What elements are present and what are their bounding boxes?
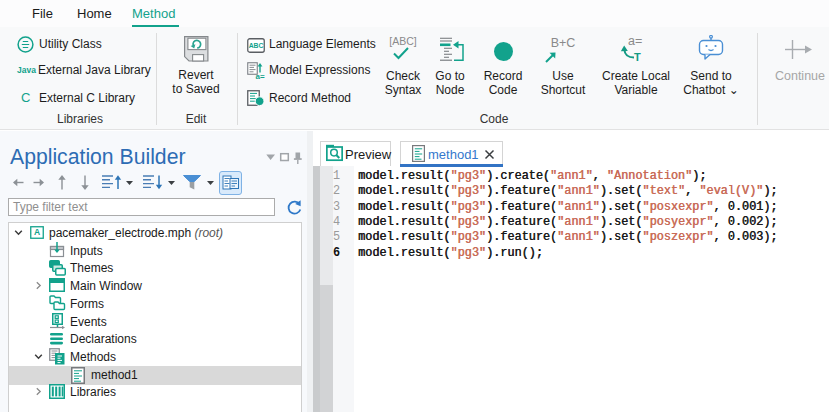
svg-text:ABC: ABC xyxy=(249,42,264,49)
svg-text:A: A xyxy=(34,227,40,237)
svg-text:T: T xyxy=(634,51,641,62)
svg-text:a=: a= xyxy=(256,72,265,80)
